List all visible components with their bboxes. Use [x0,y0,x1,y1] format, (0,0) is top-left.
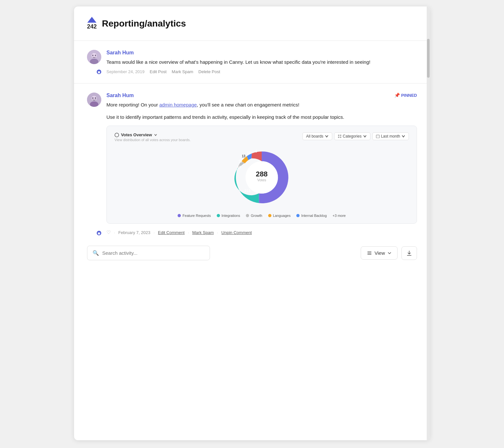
view-button[interactable]: View [361,246,398,260]
download-icon [406,250,412,256]
second-comment-author[interactable]: Sarah Hum [106,93,417,98]
svg-rect-13 [338,135,339,136]
svg-rect-16 [340,137,341,138]
mark-spam-link[interactable]: Mark Spam [172,69,193,74]
legend-growth: Growth [246,214,262,218]
second-comment-intro-text: More reporting! On your [106,102,159,107]
legend-dot-integrations [217,214,220,217]
svg-text:15: 15 [238,160,242,163]
svg-text:19: 19 [237,165,241,169]
svg-text:Votes: Votes [257,178,266,182]
view-label: View [375,250,385,256]
svg-point-10 [95,97,96,99]
search-input[interactable] [102,250,204,256]
bottom-bar: 🔍 View [87,246,417,260]
view-list-icon [367,251,372,256]
second-comment-intro: More reporting! On your admin homepage, … [106,101,417,109]
svg-point-4 [95,55,96,56]
svg-text:213: 213 [245,189,250,193]
vote-section[interactable]: 242 [87,17,97,30]
legend-languages: Languages [268,214,290,218]
chart-title: Votes Overview [121,132,152,137]
delete-post-link[interactable]: Delete Post [198,69,220,74]
chart-card: Votes Overview View distribution of all … [106,126,417,224]
first-comment-block: Sarah Hum Teams would like a nice overvi… [87,50,417,74]
svg-point-3 [92,55,93,56]
svg-text:13: 13 [242,154,246,158]
chart-circle-icon [115,133,119,137]
donut-chart: 288 Votes 213 19 15 13 [229,145,294,210]
filter-categories-button[interactable]: Categories [334,132,370,140]
legend-label-internal-backlog: Internal Backlog [301,214,327,218]
search-icon: 🔍 [93,250,99,256]
second-comment-after-link: , you'll see a new chart on engagement m… [197,102,299,107]
first-comment-author[interactable]: Sarah Hum [106,50,417,56]
second-comment-footer: ♡ · February 7, 2023 · Edit Comment · Ma… [106,230,417,235]
divider-2 [74,83,430,84]
filter-date-button[interactable]: Last month [372,132,409,140]
edit-comment-link[interactable]: Edit Comment [158,230,184,235]
divider [74,40,430,41]
filter-boards-button[interactable]: All boards [302,132,332,140]
second-comment-content: 📌 PINNED Sarah Hum More reporting! On yo… [106,93,417,235]
second-mark-spam-link[interactable]: Mark Spam [192,230,214,235]
first-comment-avatar-wrap [87,50,101,74]
scrollbar-thumb [427,39,430,78]
legend-dot-internal-backlog [296,214,300,217]
first-comment-admin-badge [96,69,102,75]
svg-text:9: 9 [255,150,257,153]
scrollbar[interactable] [427,6,430,440]
svg-point-12 [115,133,119,137]
svg-text:10: 10 [247,151,251,155]
first-comment-text: Teams would like a nice overview of what… [106,58,417,66]
edit-post-link[interactable]: Edit Post [150,69,167,74]
legend-label-more: +3 more [333,214,346,218]
second-comment-avatar [87,93,101,107]
search-box[interactable]: 🔍 [87,246,210,260]
svg-rect-14 [340,135,341,136]
unpin-comment-link[interactable]: Unpin Comment [221,230,252,235]
donut-container: 288 Votes 213 19 15 13 [115,145,409,210]
view-chevron-icon [388,251,391,255]
legend-feature-requests: Feature Requests [178,214,211,218]
first-comment-avatar [87,50,101,64]
chart-subtitle: View distribution of all votes across yo… [115,138,191,142]
legend-dot-feature-requests [178,214,181,217]
post-header: 242 Reporting/analytics [87,17,417,30]
legend-label-languages: Languages [273,214,290,218]
chart-filters: All boards Categories Last month [302,132,409,140]
pin-icon: 📌 [394,93,400,98]
svg-rect-15 [338,137,339,138]
heart-icon[interactable]: ♡ [106,230,111,235]
first-comment-date: September 24, 2019 [106,69,145,74]
legend-label-integrations: Integrations [222,214,240,218]
upvote-arrow-icon[interactable] [87,17,96,23]
legend-dot-languages [268,214,271,217]
chart-dropdown-icon[interactable] [154,133,157,137]
second-comment-body: Use it to identify important patterns an… [106,113,417,121]
legend-label-growth: Growth [251,214,262,218]
first-comment-content: Sarah Hum Teams would like a nice overvi… [106,50,417,74]
chart-legend: Feature Requests Integrations Growth Lan… [115,214,409,218]
main-card: 242 Reporting/analytics Sarah Hum [74,6,430,440]
second-comment-avatar-wrap [87,93,101,235]
svg-point-9 [92,97,93,99]
svg-marker-11 [97,232,101,235]
download-button[interactable] [401,246,417,260]
pinned-label: PINNED [401,93,417,98]
legend-internal-backlog: Internal Backlog [296,214,327,218]
legend-integrations: Integrations [217,214,240,218]
first-comment-meta: September 24, 2019 Edit Post Mark Spam D… [106,69,417,74]
vote-count: 242 [87,23,97,30]
legend-label-feature-requests: Feature Requests [182,214,211,218]
legend-dot-growth [246,214,249,217]
post-title: Reporting/analytics [102,18,186,29]
svg-marker-5 [97,71,101,73]
svg-text:288: 288 [256,170,268,178]
admin-homepage-link[interactable]: admin homepage [159,102,197,107]
legend-more: +3 more [333,214,346,218]
second-comment-block: 📌 PINNED Sarah Hum More reporting! On yo… [87,93,417,235]
second-comment-admin-badge [96,230,102,236]
chart-header: Votes Overview View distribution of all … [115,132,409,142]
chart-title-row: Votes Overview [115,132,191,137]
